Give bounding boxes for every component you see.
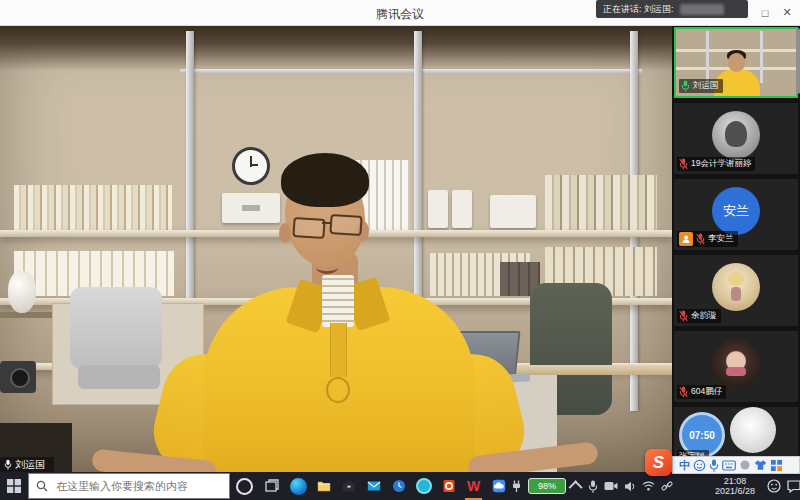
- clock-avatar-time: 07:50: [689, 430, 715, 441]
- search-input[interactable]: [54, 479, 222, 493]
- shirt-placket: [330, 323, 347, 377]
- wall-clock: [232, 147, 270, 185]
- system-tray: 98% 21:08 2021/6/28: [511, 472, 800, 500]
- taskbar-search[interactable]: [28, 473, 230, 499]
- file-explorer-icon[interactable]: [311, 472, 336, 500]
- drawer-slot: [242, 205, 260, 211]
- avatar: [730, 407, 776, 453]
- ime-smiley-icon[interactable]: [693, 459, 706, 472]
- initials-avatar: 安兰: [712, 187, 760, 235]
- main-video-name: 刘运国: [15, 458, 45, 472]
- avatar: [712, 339, 760, 387]
- task-view-button[interactable]: [258, 472, 286, 500]
- shirt-logo: [326, 377, 350, 403]
- wifi-icon[interactable]: [642, 481, 655, 491]
- mini-post: [706, 31, 709, 83]
- book-row: [14, 185, 172, 231]
- blue-circle-app-icon[interactable]: [411, 472, 436, 500]
- battery-indicator[interactable]: 98%: [528, 478, 566, 494]
- sogou-logo[interactable]: S: [645, 449, 672, 476]
- participant-tile[interactable]: 19会计学谢丽婷: [674, 103, 798, 174]
- speaking-toast: 正在讲话: 刘运国:: [596, 0, 748, 18]
- participant-name: 刘运国: [693, 80, 719, 92]
- clock-app-icon[interactable]: [386, 472, 411, 500]
- tray-date: 2021/6/28: [709, 486, 761, 496]
- sogou-ime-bar[interactable]: 中: [672, 456, 800, 474]
- small-wall-shelf: [0, 312, 58, 318]
- participant-tile[interactable]: 余韵璇: [674, 255, 798, 326]
- ime-mic-icon[interactable]: [709, 459, 719, 472]
- mic-icon: [4, 459, 12, 470]
- hidden-icons-chevron[interactable]: [569, 480, 583, 494]
- office-icon[interactable]: [436, 472, 461, 500]
- tencent-meeting-window: 腾讯会议 – □ ✕ 正在讲话: 刘运国:: [0, 0, 800, 500]
- ime-face-icon[interactable]: [767, 479, 781, 493]
- sidebar-scrollbar[interactable]: [796, 28, 800, 94]
- mail-icon[interactable]: [361, 472, 386, 500]
- mini-post: [760, 31, 763, 83]
- mic-muted-icon: [696, 233, 705, 245]
- tray-speaker-icon[interactable]: [624, 481, 636, 492]
- tray-mic-icon[interactable]: [588, 480, 598, 493]
- participant-name: 604鹏仔: [691, 386, 722, 398]
- start-button[interactable]: [0, 472, 28, 500]
- ime-keyboard-icon[interactable]: [722, 460, 736, 471]
- close-button[interactable]: ✕: [776, 0, 798, 25]
- avatar: [712, 111, 760, 159]
- participant-name: 李安兰: [708, 233, 734, 245]
- plaid-inner-shirt: [322, 275, 354, 327]
- storage-binder: [428, 190, 448, 228]
- cortana-button[interactable]: [230, 472, 258, 500]
- glasses-bridge: [322, 222, 331, 224]
- ime-extra-icon[interactable]: [739, 459, 751, 471]
- mini-person-head: [728, 53, 745, 72]
- participant-tile[interactable]: 604鹏仔: [674, 331, 798, 402]
- white-vase: [8, 271, 36, 313]
- maximize-button[interactable]: □: [754, 0, 776, 25]
- camera-device: [0, 361, 36, 393]
- toast-blurred-names: [680, 4, 724, 15]
- main-video-name-tag: 刘运国: [0, 457, 54, 472]
- tray-time: 21:08: [709, 476, 761, 486]
- drawer-box: [222, 193, 280, 223]
- mic-muted-icon: [679, 158, 688, 170]
- ime-mode-indicator[interactable]: 中: [679, 460, 690, 471]
- action-center-icon[interactable]: [787, 480, 800, 493]
- mic-on-icon: [681, 80, 690, 92]
- avatar-silhouette: [725, 121, 747, 147]
- sogou-logo-letter: S: [653, 453, 664, 473]
- edge-icon[interactable]: [286, 472, 311, 500]
- hair: [281, 153, 369, 207]
- participant-name: 余韵璇: [691, 310, 717, 322]
- participant-tile[interactable]: 安兰 李安兰: [674, 179, 798, 250]
- mic-muted-icon: [679, 310, 688, 322]
- avatar-initials: 安兰: [723, 202, 749, 220]
- search-icon: [36, 480, 48, 492]
- speaking-toast-text: 正在讲话: 刘运国:: [603, 0, 674, 18]
- link-icon[interactable]: [661, 480, 673, 492]
- participant-tile-video[interactable]: 刘运国: [674, 27, 798, 98]
- avatar-detail: [731, 287, 741, 301]
- power-plug-icon: [511, 480, 522, 493]
- ime-toolbox-grid-icon[interactable]: [770, 459, 783, 472]
- shelf-top-beam: [180, 69, 642, 74]
- toolbox-app-icon[interactable]: [336, 472, 361, 500]
- smiling-mouth: [316, 261, 338, 274]
- cloud-app-icon[interactable]: [486, 472, 511, 500]
- avatar-detail: [726, 367, 746, 376]
- participant-name: 19会计学谢丽婷: [691, 158, 751, 170]
- clock-date[interactable]: 21:08 2021/6/28: [709, 476, 761, 496]
- ime-skin-shirt-icon[interactable]: [754, 459, 767, 471]
- left-ear: [279, 223, 291, 243]
- wps-icon[interactable]: W: [461, 472, 486, 500]
- mic-muted-icon: [679, 386, 688, 398]
- gray-chair-seat: [78, 365, 160, 389]
- glasses-right-lens: [329, 214, 362, 236]
- participants-sidebar: 刘运国 19会计学谢丽婷 安兰 李安兰: [672, 25, 800, 472]
- gray-chair: [70, 287, 162, 369]
- book-row: [545, 175, 657, 230]
- tray-camera-icon[interactable]: [604, 481, 618, 491]
- main-video[interactable]: 刘运国: [0, 25, 672, 472]
- windows-taskbar: W 98% 21:08 2021/6/28: [0, 472, 800, 500]
- storage-binder: [452, 190, 472, 228]
